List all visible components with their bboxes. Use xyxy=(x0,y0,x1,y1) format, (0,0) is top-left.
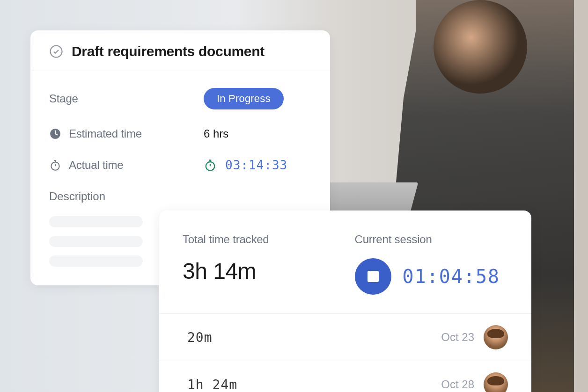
estimated-time-row: Estimated time 6 hrs xyxy=(49,127,311,140)
entry-date: Oct 28 xyxy=(441,378,474,391)
time-tracking-card: Total time tracked 3h 14m Current sessio… xyxy=(159,211,531,392)
estimated-time-value: 6 hrs xyxy=(204,127,228,140)
stage-row: Stage In Progress xyxy=(49,88,311,109)
stopwatch-active-icon xyxy=(204,159,217,172)
entry-date: Oct 23 xyxy=(441,331,474,344)
current-session-col: Current session 01:04:58 xyxy=(355,233,508,295)
clock-icon xyxy=(49,128,61,140)
user-avatar xyxy=(484,325,508,349)
total-time-label: Total time tracked xyxy=(183,233,336,246)
task-header: Draft requirements document xyxy=(30,30,330,71)
skeleton-line xyxy=(49,236,143,247)
stop-timer-button[interactable] xyxy=(355,258,391,295)
check-circle-icon xyxy=(49,44,63,58)
stage-label: Stage xyxy=(49,92,78,105)
time-entry-row[interactable]: 20m Oct 23 xyxy=(159,313,531,361)
estimated-time-label: Estimated time xyxy=(69,127,142,140)
time-entry-row[interactable]: 1h 24m Oct 28 xyxy=(159,361,531,392)
actual-time-row: Actual time 03:14:33 xyxy=(49,158,311,172)
stop-icon xyxy=(368,271,379,282)
current-session-label: Current session xyxy=(355,233,508,246)
total-time-value: 3h 14m xyxy=(183,258,336,284)
svg-point-0 xyxy=(51,46,62,58)
user-avatar xyxy=(484,372,508,392)
task-title: Draft requirements document xyxy=(72,44,265,59)
actual-time-label: Actual time xyxy=(69,159,124,172)
total-time-col: Total time tracked 3h 14m xyxy=(183,233,336,295)
skeleton-line xyxy=(49,216,143,227)
stopwatch-icon xyxy=(49,159,61,171)
actual-time-value: 03:14:33 xyxy=(225,158,287,172)
tracking-summary: Total time tracked 3h 14m Current sessio… xyxy=(159,211,531,313)
svg-point-2 xyxy=(51,162,59,170)
entry-duration: 1h 24m xyxy=(187,377,237,392)
entry-duration: 20m xyxy=(187,330,213,345)
description-label: Description xyxy=(49,190,311,203)
current-session-value: 01:04:58 xyxy=(403,266,500,287)
skeleton-line xyxy=(49,255,143,267)
stage-badge[interactable]: In Progress xyxy=(204,88,284,109)
